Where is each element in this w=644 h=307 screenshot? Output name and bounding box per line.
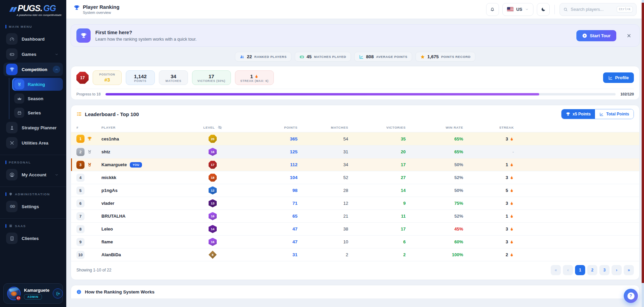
table-row[interactable]: 9flame164710660%3 xyxy=(71,235,639,248)
table-row[interactable]: 10AlanBiDa83122100%2 xyxy=(71,248,639,261)
rank-badge: 5 xyxy=(76,187,85,195)
logo-accent-text: GG xyxy=(43,3,56,13)
sidebar-item-games[interactable]: Games xyxy=(3,47,63,61)
section-label-main-menu: MAIN MENU xyxy=(0,23,66,30)
profile-button[interactable]: Profile xyxy=(603,72,634,83)
search-box[interactable]: Ctrl+K xyxy=(559,3,637,16)
matches-value: 21 xyxy=(297,214,348,219)
flame-icon xyxy=(509,162,514,167)
sidebar-item-label: Games xyxy=(22,52,36,57)
app-root: PUGS.GG A plataforma líder em competitiv… xyxy=(0,0,644,307)
sidebar-item-label: Utilities Area xyxy=(22,140,48,146)
stat-value: 45 xyxy=(307,54,312,59)
sidebar-item-label: Settings xyxy=(22,204,39,209)
my-level-badge: 17 xyxy=(76,72,89,84)
victories-value: 20 xyxy=(348,149,406,154)
sidebar-item-strategy-planner[interactable]: Strategy Planner xyxy=(3,121,63,134)
sidebar-item-season[interactable]: Season xyxy=(12,92,63,105)
sidebar-item-dashboard[interactable]: Dashboard xyxy=(3,32,63,46)
info-icon xyxy=(76,289,81,294)
content: First time here? Learn how the ranking s… xyxy=(66,19,644,307)
streak-value: 3 xyxy=(463,201,514,206)
question-icon: ? xyxy=(627,292,635,300)
sidebar-item-utilities-area[interactable]: Utilities Area xyxy=(3,136,63,150)
search-input[interactable] xyxy=(571,7,614,12)
scrollbar[interactable] xyxy=(642,0,644,307)
shield-icon xyxy=(9,192,13,196)
calendar-icon xyxy=(17,111,22,115)
notifications-button[interactable] xyxy=(486,3,499,16)
user-card[interactable]: 17 Kamarguete ADMIN xyxy=(3,283,63,304)
first-page[interactable]: « xyxy=(551,265,561,275)
table-row[interactable]: 3KamargueteYOU17112341750%1 xyxy=(71,158,639,171)
page-2[interactable]: 2 xyxy=(587,265,597,275)
points-value: 365 xyxy=(233,136,297,141)
chess-icon xyxy=(9,125,15,130)
eye-off-icon[interactable] xyxy=(218,125,222,130)
logout-icon xyxy=(56,291,60,296)
rank-badge: 6 xyxy=(76,199,85,207)
toggle-total-points[interactable]: Total Points xyxy=(595,109,634,119)
table-row[interactable]: 5p1ngAs1298281450%5 xyxy=(71,184,639,197)
logo[interactable]: PUGS.GG A plataforma líder em competitiv… xyxy=(0,0,66,19)
victories-value: 9 xyxy=(348,201,406,206)
stat-matches-played: 45MATCHES PLAYED xyxy=(295,52,351,62)
table-row[interactable]: 4mickkk18104522752%3 xyxy=(71,171,639,184)
sidebar-item-competition[interactable]: Competition xyxy=(3,63,63,76)
table-row[interactable]: 2shtz16125312065%- xyxy=(71,145,639,158)
toggle-x5-points[interactable]: x5 Points xyxy=(562,109,595,119)
last-page[interactable]: » xyxy=(624,265,634,275)
column-header-matches: MATCHES xyxy=(297,126,348,129)
banner-title: First time here? xyxy=(95,30,196,35)
sidebar-nav: MAIN MENUDashboardGamesCompetitionRankin… xyxy=(0,19,66,280)
streak-value: - xyxy=(463,149,514,154)
close-banner-button[interactable] xyxy=(624,30,634,41)
info-card[interactable]: How the Ranking System Works xyxy=(71,285,640,299)
matches-value: 28 xyxy=(297,188,348,193)
flame-icon xyxy=(509,227,514,231)
column-header-win-rate: WIN RATE xyxy=(406,126,463,129)
sidebar-submenu: RankingSeasonSeries xyxy=(9,78,63,119)
us-flag-icon xyxy=(507,7,514,12)
sidebar-item-label: Competition xyxy=(22,67,47,72)
level-badge: 16 xyxy=(209,212,217,220)
scrollbar-thumb[interactable] xyxy=(642,3,644,283)
page-subtitle: System overview xyxy=(83,10,119,15)
sidebar-item-series[interactable]: Series xyxy=(12,106,63,119)
logout-button[interactable] xyxy=(53,288,63,299)
stat-ranked-players: 22RANKED PLAYERS xyxy=(235,52,291,62)
column-header-level: LEVEL xyxy=(192,125,233,130)
page-1[interactable]: 1 xyxy=(575,265,585,275)
sidebar-item-label: Ranking xyxy=(28,82,45,87)
table-row[interactable]: 1ces1nha20365543565%3 xyxy=(71,132,639,145)
streak-value: 3 xyxy=(463,136,514,141)
help-button[interactable]: ? xyxy=(624,289,638,303)
section-accent-bar xyxy=(5,160,6,164)
prev-page[interactable]: ‹ xyxy=(563,265,573,275)
rank-badge: 1 xyxy=(76,135,85,143)
pagination: «‹123›» xyxy=(551,265,634,275)
trophy-icon xyxy=(566,112,570,116)
you-badge: YOU xyxy=(130,162,142,168)
next-page[interactable]: › xyxy=(612,265,622,275)
rank-badge: 8 xyxy=(76,225,85,233)
level-badge: 18 xyxy=(209,174,217,182)
flame-icon xyxy=(254,74,259,79)
sidebar-item-my-account[interactable]: My Account xyxy=(3,168,63,181)
page-3[interactable]: 3 xyxy=(599,265,610,275)
table-row[interactable]: 6vlader137112975%3 xyxy=(71,197,639,210)
sidebar-item-ranking[interactable]: Ranking xyxy=(12,78,63,91)
matches-value: 54 xyxy=(297,136,348,141)
winrate-value: 75% xyxy=(406,201,463,206)
sidebar-item-clientes[interactable]: Clientes xyxy=(3,232,63,245)
sidebar-item-settings[interactable]: ⚙⚙Settings xyxy=(3,200,63,213)
gauge-icon xyxy=(9,37,15,42)
table-row[interactable]: 8Leleo1447381745%3 xyxy=(71,222,639,235)
start-tour-button[interactable]: Start Tour xyxy=(576,30,616,41)
streak-value: 3 xyxy=(463,226,514,232)
dark-mode-button[interactable] xyxy=(537,3,550,16)
level-badge: 12 xyxy=(209,187,217,195)
locale-dropdown[interactable]: US xyxy=(502,3,533,16)
table-row[interactable]: 7BRUTALHA1665211152%1 xyxy=(71,210,639,222)
points-value: 104 xyxy=(233,175,297,180)
